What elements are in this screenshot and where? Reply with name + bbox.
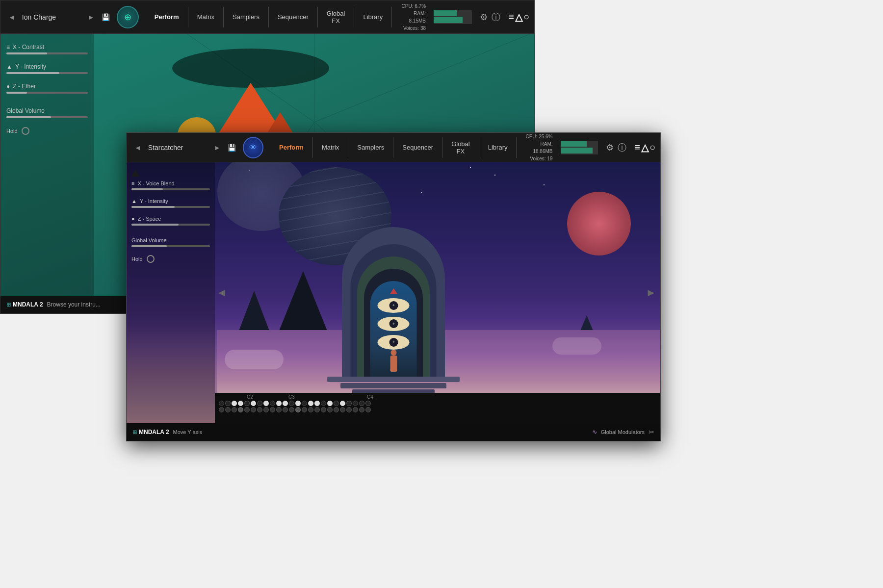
key2-1[interactable] [219,407,224,412]
key2-11[interactable] [283,407,288,412]
tab-samplers-back[interactable]: Samplers [224,7,269,27]
key2-16[interactable] [314,407,320,412]
info-icon-front[interactable]: ⓘ [618,142,626,153]
key2-17[interactable] [321,407,326,412]
tab-perform-back[interactable]: Perform [146,7,188,27]
info-icon-back[interactable]: ⓘ [492,11,500,23]
tab-matrix-front[interactable]: Matrix [313,137,348,158]
save-icon-back[interactable]: 💾 [102,13,110,21]
tab-globalfx-front[interactable]: Global FX [442,137,479,158]
cloud-right [552,337,601,355]
slider-x-front[interactable] [131,188,210,190]
param-z-label-front: ● Z - Space [131,216,210,222]
key-11[interactable] [283,401,288,406]
back-arrow-back[interactable]: ◄ [5,11,18,23]
tabs-front: Perform Matrix Samplers Sequencer Global… [270,137,517,158]
key-22[interactable] [353,401,358,406]
tab-sequencer-front[interactable]: Sequencer [393,137,442,158]
key-7[interactable] [257,401,262,406]
nav-right-arrow[interactable]: ► [646,286,656,299]
key-9[interactable] [270,401,275,406]
key-2[interactable] [225,401,231,406]
nav-left-arrow[interactable]: ◄ [216,286,227,299]
tab-globalfx-back[interactable]: Global FX [318,7,355,27]
forward-arrow-front[interactable]: ► [211,142,224,153]
scissors-icon-front[interactable]: ✂ [649,428,654,436]
key-13[interactable] [295,401,301,406]
hold-button-back[interactable] [22,127,29,135]
key2-23[interactable] [359,407,364,412]
key2-2[interactable] [225,407,231,412]
key-19[interactable] [334,401,339,406]
key-20[interactable] [340,401,345,406]
key-8[interactable] [263,401,269,406]
key2-3[interactable] [232,407,237,412]
key-21[interactable] [346,401,352,406]
param-y-intensity-back: ▲ Y - Intensity [6,63,88,74]
key2-8[interactable] [263,407,269,412]
key-3[interactable] [232,401,237,406]
c4-label: C4 [367,394,373,400]
slider-y-front[interactable] [131,206,210,208]
va-icon-front: ∿ [592,429,597,435]
eye-bottom: ✦ [378,335,410,350]
brand-circle-front: ○ [649,142,655,153]
key2-21[interactable] [346,407,352,412]
key-14[interactable] [302,401,307,406]
hold-button-front[interactable] [147,255,155,263]
key-18[interactable] [327,401,333,406]
tab-library-back[interactable]: Library [354,7,392,27]
key-15[interactable] [308,401,313,406]
key-23[interactable] [359,401,364,406]
key-24[interactable] [365,401,371,406]
mindala-text-front: MNDALA 2 [139,429,169,435]
save-icon-front[interactable]: 💾 [228,144,236,152]
key2-10[interactable] [276,407,282,412]
tab-library-front[interactable]: Library [479,137,517,158]
slider-global-vol-front[interactable] [131,245,210,247]
key2-7[interactable] [257,407,262,412]
key2-15[interactable] [308,407,313,412]
key2-13[interactable] [295,407,301,412]
key2-24[interactable] [365,407,371,412]
key-5[interactable] [244,401,250,406]
key2-6[interactable] [251,407,256,412]
tab-perform-front[interactable]: Perform [270,137,313,158]
global-modulators-label[interactable]: Global Modulators [601,429,645,435]
key2-5[interactable] [244,407,250,412]
gear-icon-front[interactable]: ⚙ [606,142,614,153]
key-12[interactable] [289,401,294,406]
slider-z-front[interactable] [131,224,210,226]
key2-4[interactable] [238,407,243,412]
param-y-label-back: ▲ Y - Intensity [6,63,88,70]
back-arrow-front[interactable]: ◄ [131,142,144,153]
key2-18[interactable] [327,407,333,412]
logo-icon-back: ⊕ [117,6,139,28]
slider-y-back[interactable] [6,72,88,74]
brand-circle-back: ○ [523,11,529,23]
star-3 [421,192,422,193]
key-6[interactable] [251,401,256,406]
slider-x-back[interactable] [6,52,88,54]
key2-22[interactable] [353,407,358,412]
main-content-front: ✦ ✦ ✦ [127,162,660,423]
key-4[interactable] [238,401,243,406]
key-1[interactable] [219,401,224,406]
key-17[interactable] [321,401,326,406]
key2-12[interactable] [289,407,294,412]
gear-icon-back[interactable]: ⚙ [480,12,488,23]
forward-arrow-back[interactable]: ► [85,11,98,23]
topbar-front: ◄ Starcatcher ► 💾 👁 Perform Matrix Sampl… [127,133,660,162]
key2-14[interactable] [302,407,307,412]
slider-global-vol-back[interactable] [6,116,88,118]
tab-sequencer-back[interactable]: Sequencer [269,7,318,27]
key2-9[interactable] [270,407,275,412]
key2-20[interactable] [340,407,345,412]
param-y-intensity-front: ▲ Y - Intensity [131,198,210,208]
key2-19[interactable] [334,407,339,412]
tab-samplers-front[interactable]: Samplers [348,137,393,158]
key-10[interactable] [276,401,282,406]
slider-z-back[interactable] [6,92,88,94]
key-16[interactable] [314,401,320,406]
tab-matrix-back[interactable]: Matrix [188,7,224,27]
